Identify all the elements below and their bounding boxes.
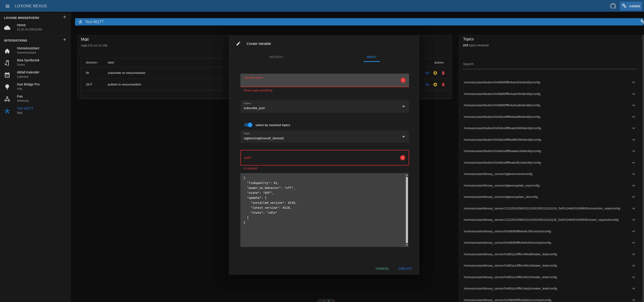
- chevron-down-icon: [631, 183, 636, 188]
- action-select[interactable]: action subscribe_json: [240, 100, 409, 113]
- chevron-down-icon: [631, 160, 636, 165]
- item-subtitle: Calendar: [17, 75, 28, 78]
- topic-item[interactable]: homeassistant/button/0x54dce9fffeadae1d/…: [459, 145, 643, 157]
- column-direction[interactable]: direction ↑: [86, 61, 99, 64]
- trash-icon[interactable]: [441, 82, 446, 87]
- sidebar-item-ikea-symfonisk[interactable]: Ikea Symfonisk Sonos: [0, 57, 71, 69]
- plus-icon: +: [328, 300, 329, 302]
- topic-item[interactable]: homeassistant/button/0x08b95ffffe4aa040/…: [459, 88, 643, 100]
- topic-item[interactable]: homeassistant/button/0x08b95ffffe4a4c83/…: [459, 77, 643, 88]
- topic-text: homeassistant/binary_sensor/0x881a14fffe…: [464, 287, 639, 290]
- variable-name-field[interactable]: Variable Name !: [240, 74, 409, 87]
- topic-item[interactable]: homeassistant/button/0x54dce9fffeadc0b8/…: [459, 123, 643, 134]
- webhook-icon: [4, 96, 10, 102]
- topic-item[interactable]: homeassistant/binary_sensor/0x08b95ffffe…: [459, 294, 643, 302]
- topic-item[interactable]: homeassistant/button/0x08b95ffffe4a4ca8/…: [459, 100, 643, 111]
- page-scrollbar[interactable]: [642, 35, 644, 302]
- tab-indicator: [364, 61, 380, 62]
- dialog-title: Create Variable: [247, 42, 271, 46]
- item-subtitle: Hue: [17, 87, 22, 90]
- topic-item[interactable]: homeassistant/button/0x54dce9fffea98298/…: [459, 134, 643, 146]
- topic-text: homeassistant/binary_sensor/0x08b95ffffe…: [464, 298, 639, 302]
- link-icon[interactable]: [425, 82, 430, 87]
- scroll-down-icon[interactable]: [406, 244, 408, 246]
- sidebar-item-test-mqtt[interactable]: Test MQTT Mqtt: [0, 105, 71, 117]
- topic-text: homeassistant/button/0x54dce9fffeadc9b1/…: [464, 161, 639, 164]
- topic-text: homeassistant/button/0x54dce9fffea98298/…: [464, 138, 639, 141]
- topic-text: homeassistant/button/0x54dce9fffeebaaf6/…: [464, 115, 639, 119]
- trash-icon[interactable]: [441, 71, 446, 75]
- mqtt-icon: [78, 19, 83, 24]
- sidebar-item-foo[interactable]: Foo Webhook: [0, 93, 71, 105]
- topic-select-value: zigbee2mqtt/sonoff_zbminil2: [244, 136, 284, 140]
- topic-item[interactable]: homeassistant/button/0x54dce9fffeadc9b1/…: [459, 157, 643, 169]
- topic-text: homeassistant/binary_sensor/0x08b95ffffe…: [464, 241, 639, 244]
- bottom-toolbar-pill[interactable]: ▪▪ +: [317, 299, 335, 302]
- topic-item[interactable]: homeassistant/binary_sensor/122105103981…: [459, 203, 643, 214]
- item-title: Test MQTT: [17, 107, 33, 110]
- item-title: Abfall Kalender: [17, 70, 40, 74]
- topic-select[interactable]: Topic zigbee2mqtt/sonoff_zbminil2: [240, 130, 409, 143]
- path-field[interactable]: path* !: [240, 150, 409, 166]
- topic-text: homeassistant/binary_sensor/0x08b95ffffe…: [464, 229, 639, 233]
- tab-output[interactable]: OUTPUT: [228, 54, 324, 62]
- item-title: HomeAssistant: [17, 46, 39, 50]
- cancel-button[interactable]: CANCEL: [373, 265, 392, 272]
- topic-item[interactable]: homeassistant/binary_sensor/zigbee/updat…: [459, 180, 643, 191]
- link-icon[interactable]: [425, 71, 430, 75]
- item-subtitle: 10.10.10.205:61263: [17, 28, 42, 31]
- topic-text: homeassistant/binary_sensor/122105103981…: [464, 207, 639, 210]
- create-button[interactable]: CREATE: [396, 265, 414, 272]
- topics-toggle-row: select by received topics: [244, 122, 290, 128]
- chevron-down-icon: [631, 263, 636, 268]
- topic-item[interactable]: homeassistant/button/0x54dce9fffeebaaf6/…: [459, 111, 643, 123]
- topic-item[interactable]: homeassistant/binary_sensor/zigbee/socke…: [459, 168, 643, 180]
- sidebar-item-homeassistant[interactable]: HomeAssistant HomeAssistant: [0, 45, 71, 57]
- column-label[interactable]: label: [108, 61, 114, 64]
- create-variable-dialog: Create Variable OUTPUT INPUT Variable Na…: [228, 35, 420, 275]
- topic-item[interactable]: homeassistant/binary_sensor/122105103981…: [459, 214, 643, 226]
- scroll-up-icon[interactable]: [406, 174, 408, 176]
- pencil-icon: [236, 41, 241, 46]
- dialog-tabs: OUTPUT INPUT: [228, 54, 420, 62]
- json-preview-box[interactable]: { "linkquality": 61, "power_on_behavior"…: [240, 173, 408, 247]
- app-title: LOXONE NEXUS: [15, 4, 47, 8]
- integration-list: HomeAssistant HomeAssistant Ikea Symfoni…: [0, 45, 71, 117]
- sort-ascending-icon: ↑: [98, 61, 99, 64]
- gear-icon[interactable]: [433, 71, 438, 75]
- item-subtitle: Mqtt: [17, 111, 22, 115]
- received-topics-toggle[interactable]: [244, 123, 252, 127]
- scrollbar-thumb[interactable]: [406, 177, 408, 243]
- topic-item[interactable]: homeassistant/binary_sensor/0x08b95ffffe…: [459, 226, 643, 237]
- topic-item[interactable]: homeassistant/binary_sensor/0x881a14fffe…: [459, 260, 643, 271]
- chevron-down-icon: [631, 137, 636, 142]
- github-icon[interactable]: [610, 3, 617, 10]
- action-select-value: subscribe_json: [244, 106, 265, 110]
- add-miniserver-button[interactable]: +: [62, 14, 68, 20]
- sidebar-item-abfall-kalender[interactable]: Abfall Kalender Calendar: [0, 69, 71, 81]
- chevron-down-icon: [631, 195, 636, 199]
- card-title: Mqtt: [81, 37, 89, 42]
- topic-item[interactable]: homeassistant/binary_sensor/0x881a14fffe…: [459, 249, 643, 260]
- dialog-actions: CANCEL CREATE: [373, 265, 414, 272]
- gear-icon[interactable]: [433, 82, 438, 87]
- tab-input[interactable]: INPUT: [324, 54, 420, 62]
- add-integration-button[interactable]: +: [62, 37, 68, 43]
- cell-direction: IN: [86, 71, 89, 75]
- topic-item[interactable]: homeassistant/binary_sensor/0x08b95ffffe…: [459, 237, 643, 249]
- sidebar-item-hue-bridge-pro[interactable]: Hue Bridge Pro Hue: [0, 81, 71, 93]
- sidebar-item-home[interactable]: Home 10.10.10.205:61263: [0, 22, 71, 34]
- topic-item[interactable]: homeassistant/binary_sensor/zigbee/updat…: [459, 191, 643, 203]
- page-title: Test MQTT: [85, 20, 104, 24]
- search-input[interactable]: [463, 59, 637, 69]
- topic-item[interactable]: homeassistant/binary_sensor/0x881a14fffe…: [459, 271, 643, 283]
- menu-icon[interactable]: [5, 4, 10, 9]
- chevron-down-icon: [631, 252, 636, 257]
- admin-button[interactable]: ADMIN: [620, 2, 642, 11]
- topic-item[interactable]: homeassistant/binary_sensor/0x881a14fffe…: [459, 283, 643, 294]
- topics-count-suffix: topics received: [468, 44, 488, 47]
- topic-text: homeassistant/binary_sensor/0x881a14fffe…: [464, 252, 639, 256]
- json-scrollbar[interactable]: [405, 173, 408, 247]
- chevron-down-icon: [631, 103, 636, 108]
- item-title: Ikea Symfonisk: [17, 58, 40, 62]
